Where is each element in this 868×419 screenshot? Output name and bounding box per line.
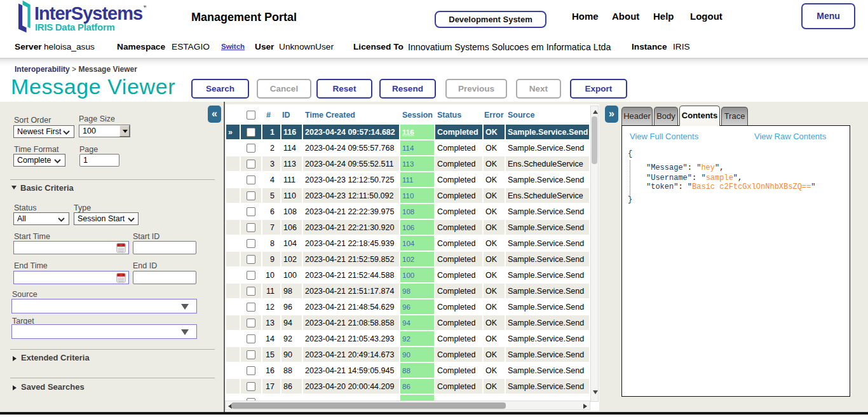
svg-text:InterSystems: InterSystems [34,3,142,24]
svg-text:IRIS Data Platform: IRIS Data Platform [35,22,114,32]
svg-text:™: ™ [143,4,146,11]
